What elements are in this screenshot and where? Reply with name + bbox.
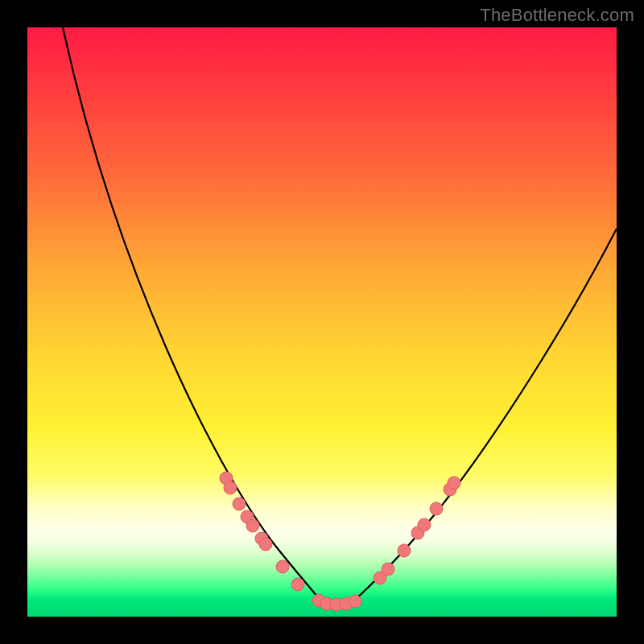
- curve-left: [63, 27, 320, 601]
- data-dot: [291, 578, 304, 591]
- data-dot: [259, 538, 272, 551]
- data-dot: [430, 502, 443, 515]
- data-dot: [448, 477, 460, 489]
- data-dot: [418, 518, 431, 531]
- data-dot: [224, 481, 237, 494]
- data-dot: [246, 519, 259, 532]
- data-dot: [398, 544, 411, 557]
- data-dot: [233, 497, 246, 510]
- data-dot: [349, 595, 361, 608]
- bottleneck-curve: [27, 27, 617, 617]
- curve-right: [354, 229, 617, 601]
- chart-area: [27, 27, 617, 617]
- data-dot: [382, 563, 394, 576]
- data-dot: [276, 560, 289, 573]
- watermark-text: TheBottleneck.com: [480, 5, 634, 26]
- data-dots: [220, 472, 460, 611]
